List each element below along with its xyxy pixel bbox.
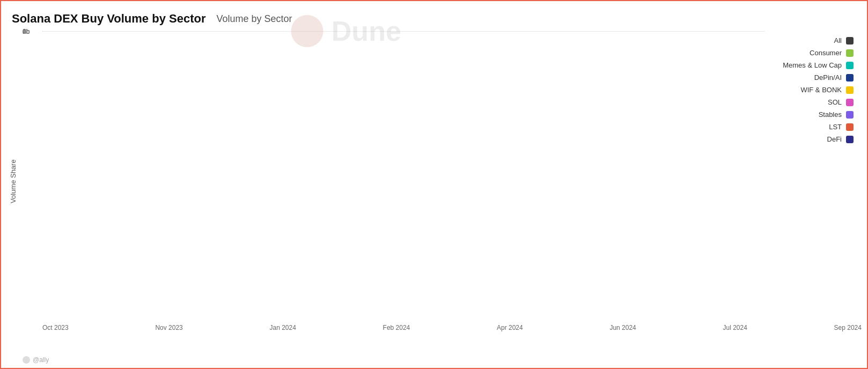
x-axis-tick: Jul 2024 bbox=[723, 324, 747, 331]
legend-item: SOL bbox=[773, 98, 854, 106]
legend-color bbox=[846, 86, 854, 94]
legend-item: Consumer bbox=[773, 49, 854, 57]
chart-inner: 6b 4b 2b 0 bbox=[21, 31, 862, 331]
attribution-text: @ally bbox=[33, 356, 49, 364]
legend-label: LST bbox=[829, 123, 842, 131]
attribution-icon bbox=[23, 356, 30, 364]
legend-color bbox=[846, 111, 854, 119]
legend-item: DeFi bbox=[773, 135, 854, 143]
x-axis-tick: Sep 2024 bbox=[834, 324, 862, 331]
main-title: Solana DEX Buy Volume by Sector bbox=[12, 12, 205, 26]
legend-item: Memes & Low Cap bbox=[773, 61, 854, 69]
chart-header: Solana DEX Buy Volume by Sector Volume b… bbox=[12, 12, 862, 26]
x-axis-tick: Nov 2023 bbox=[155, 324, 182, 331]
legend-label: SOL bbox=[828, 98, 842, 106]
legend-color bbox=[846, 74, 854, 82]
legend-label: DeFi bbox=[827, 135, 842, 143]
x-axis-tick: Feb 2024 bbox=[383, 324, 410, 331]
attribution: @ally bbox=[23, 356, 49, 364]
legend-color bbox=[846, 99, 854, 106]
legend-item: Stables bbox=[773, 110, 854, 119]
legend-item: All bbox=[773, 36, 854, 45]
legend-color bbox=[846, 49, 854, 57]
plot-area: 6b 4b 2b 0 bbox=[42, 31, 765, 32]
y-axis-label: Volume Share bbox=[6, 31, 20, 331]
legend-color bbox=[846, 136, 854, 143]
sub-title: Volume by Sector bbox=[216, 13, 292, 25]
legend-label: WIF & BONK bbox=[800, 86, 842, 94]
chart-area: Volume Share 6b 4b bbox=[6, 31, 862, 331]
legend-color bbox=[846, 37, 854, 45]
legend-item: LST bbox=[773, 123, 854, 131]
chart-legend: All Consumer Memes & Low Cap DePin/AI WI… bbox=[765, 31, 862, 321]
legend-color bbox=[846, 62, 854, 69]
x-axis-tick: Jun 2024 bbox=[609, 324, 636, 331]
legend-label: Consumer bbox=[810, 49, 842, 57]
legend-label: Stables bbox=[819, 110, 842, 119]
legend-color bbox=[846, 123, 854, 131]
legend-item: DePin/AI bbox=[773, 73, 854, 82]
ytick-0: 0 bbox=[23, 28, 26, 35]
x-axis-tick: Jan 2024 bbox=[269, 324, 296, 331]
x-axis: Oct 2023Nov 2023Jan 2024Feb 2024Apr 2024… bbox=[42, 321, 862, 331]
legend-label: Memes & Low Cap bbox=[783, 61, 842, 69]
grid-line-0: 0 bbox=[43, 31, 765, 32]
x-axis-tick: Apr 2024 bbox=[497, 324, 523, 331]
legend-label: All bbox=[834, 36, 842, 45]
legend-item: WIF & BONK bbox=[773, 86, 854, 94]
plot-wrapper: 6b 4b 2b 0 bbox=[21, 31, 765, 321]
x-axis-tick: Oct 2023 bbox=[42, 324, 69, 331]
plot-and-legend: 6b 4b 2b 0 bbox=[21, 31, 862, 321]
chart-container: Solana DEX Buy Volume by Sector Volume b… bbox=[0, 0, 868, 369]
legend-label: DePin/AI bbox=[814, 73, 842, 82]
